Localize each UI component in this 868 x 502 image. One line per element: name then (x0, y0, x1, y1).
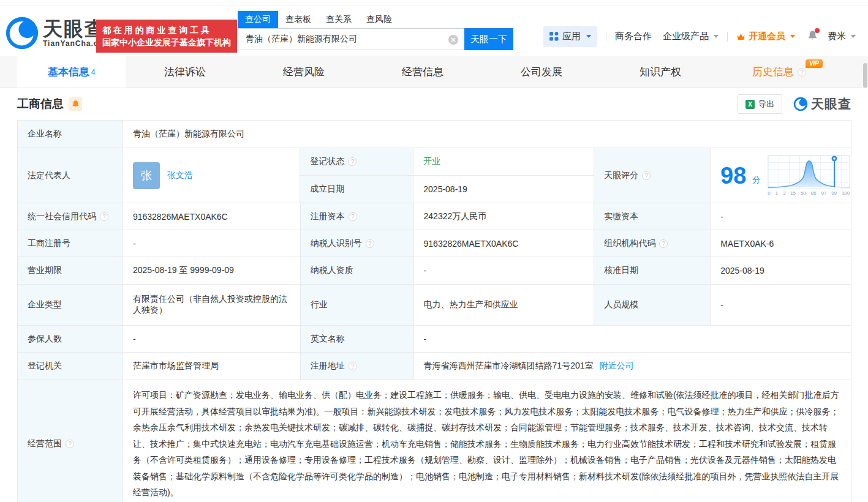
clear-search-icon[interactable] (448, 35, 458, 45)
logo-swirl-icon (5, 16, 39, 50)
chevron-down-icon (851, 35, 856, 38)
slogan-line2: 国家中小企业发展子基金旗下机构 (102, 36, 231, 48)
help-icon[interactable]: ? (659, 239, 668, 248)
field-label: 营业期限 (18, 257, 123, 285)
taxpayer-qualification: - (414, 257, 595, 285)
table-row: 经营范围 ? 许可项目：矿产资源勘查；发电业务、输电业务、供（配）电业务；建设工… (18, 380, 851, 502)
company-type: 有限责任公司（非自然人投资或控股的法人独资） (123, 285, 301, 326)
search-tab-relation[interactable]: 查关系 (319, 11, 359, 28)
business-cooperation-link[interactable]: 商务合作 (615, 31, 652, 42)
header: 天眼查 TianYanCha.com 都 在 用 的 商 业 查 询 工 具 国… (0, 6, 868, 56)
search-area: 查公司 查老板 查关系 查风险 天眼一下 (238, 11, 513, 50)
company-nav-tabs: 基本信息 4 法律诉讼 经营风险 经营信息 公司发展 知识产权 历史信息 ? V… (0, 56, 868, 88)
nearby-companies-link[interactable]: 附近公司 (600, 361, 634, 372)
scrollbar[interactable] (863, 63, 867, 88)
field-label: 纳税人识别号 ? (301, 230, 414, 257)
legal-representative-cell: 张 张文浩 (123, 148, 301, 203)
field-label: 企业类型 (18, 285, 123, 326)
vip-badge: VIP (806, 59, 823, 68)
taxpayer-id: 91632826MAETX0AK6C (414, 230, 595, 257)
help-icon[interactable]: ? (348, 157, 357, 166)
tab-intellectual-property[interactable]: 知识产权 (601, 56, 720, 88)
tab-operating-risk[interactable]: 经营风险 (244, 56, 363, 88)
business-info-table: 企业名称 青油（茫崖）新能源有限公司 法定代表人 张 张文浩 登记状态 ? 开业… (17, 120, 851, 502)
help-icon[interactable]: ? (349, 212, 357, 221)
tianyancha-logo[interactable]: 天眼查 TianYanCha.com (5, 16, 110, 50)
apps-label: 应用 (562, 31, 581, 42)
help-icon[interactable]: ? (366, 239, 374, 248)
uscc-value: 91632826MAETX0AK6C (123, 203, 301, 230)
bell-icon (72, 100, 80, 108)
header-menu: 应用 商务合作 企业级产品 开通会员 费米 (543, 26, 856, 47)
tianyancha-watermark: 天眼查 (793, 96, 851, 113)
enterprise-product-link[interactable]: 企业级产品 (663, 31, 719, 42)
tab-company-development[interactable]: 公司发展 (482, 56, 601, 88)
divider (727, 32, 728, 42)
notification-dot (815, 28, 820, 33)
field-label: 英文名称 (301, 326, 414, 353)
help-icon[interactable]: ? (642, 171, 651, 180)
notifications-bell[interactable] (807, 30, 818, 43)
field-label: 行业 (301, 285, 414, 326)
registered-capital: 242322万人民币 (414, 203, 595, 230)
field-label: 工商注册号 (18, 230, 123, 257)
search-box (238, 28, 464, 50)
table-row: 营业期限 2025-08-19 至 9999-09-09 纳税人资质 - 核准日… (18, 257, 851, 285)
section-title: 工商信息 (17, 96, 64, 112)
business-term: 2025-08-19 至 9999-09-09 (123, 257, 301, 285)
avatar: 张 (133, 162, 160, 189)
user-menu[interactable]: 费米 (828, 31, 856, 42)
chevron-down-icon (790, 35, 795, 38)
slogan-line1: 都 在 用 的 商 业 查 询 工 具 (102, 24, 231, 36)
username: 费米 (828, 31, 846, 42)
legal-representative-link[interactable]: 张文浩 (167, 170, 193, 181)
approval-date: 2025-08-19 (711, 257, 851, 285)
field-label: 法定代表人 (18, 148, 123, 203)
table-row: 登记机关 茫崖市市场监督管理局 注册地址 ? 青海省海西州茫崖市冷湖镇团结路71… (18, 353, 851, 380)
export-button[interactable]: X 导出 (738, 94, 782, 114)
tab-basic-info[interactable]: 基本信息 4 (17, 56, 126, 88)
brand-slogan: 都 在 用 的 商 业 查 询 工 具 国家中小企业发展子基金旗下机构 (96, 20, 237, 53)
score-distribution-chart: 01 315 5085 9799 100 (768, 155, 850, 196)
monitor-bell-button[interactable] (69, 97, 82, 111)
help-icon[interactable]: ? (349, 362, 357, 370)
paid-capital: - (711, 203, 851, 230)
field-label: 注册地址 ? (301, 353, 414, 380)
search-button[interactable]: 天眼一下 (464, 28, 513, 50)
apps-button[interactable]: 应用 (543, 26, 597, 47)
search-tab-boss[interactable]: 查老板 (278, 11, 319, 28)
tab-operating-info[interactable]: 经营信息 (363, 56, 482, 88)
open-vip-link[interactable]: 开通会员 (736, 31, 795, 42)
field-label: 经营范围 ? (18, 380, 123, 502)
table-row: 参保人数 - 英文名称 - (18, 326, 851, 353)
business-scope: 许可项目：矿产资源勘查；发电业务、输电业务、供（配）电业务；建设工程施工；供暖服… (123, 380, 851, 502)
score-axis-labels: 01 315 5085 9799 100 (768, 190, 850, 196)
field-label: 纳税人资质 (301, 257, 414, 285)
registered-address-cell: 青海省海西州茫崖市冷湖镇团结路71号201室 附近公司 (414, 353, 851, 380)
search-input[interactable] (238, 29, 464, 50)
tianyan-score-cell[interactable]: 98 分 (711, 148, 851, 203)
crown-icon (736, 33, 745, 40)
search-tab-company[interactable]: 查公司 (238, 11, 278, 28)
org-code: MAETX0AK-6 (711, 230, 851, 257)
help-icon[interactable]: ? (100, 212, 108, 221)
top-divider (0, 0, 868, 6)
field-label: 实缴资本 (594, 203, 711, 230)
search-tab-risk[interactable]: 查风险 (359, 11, 399, 28)
chevron-down-icon (714, 35, 719, 38)
basic-info-count: 4 (91, 68, 96, 77)
staff-size: - (711, 285, 851, 326)
score-value: 98 (720, 164, 746, 187)
help-icon[interactable]: ? (66, 440, 74, 448)
registration-number: - (123, 230, 301, 257)
chevron-down-icon (586, 35, 591, 38)
field-label: 组织机构代码 ? (594, 230, 711, 257)
field-label: 核准日期 (594, 257, 711, 285)
field-label: 成立日期 (300, 176, 413, 203)
tab-legal-proceedings[interactable]: 法律诉讼 (126, 56, 244, 88)
help-icon[interactable]: ? (798, 68, 806, 77)
table-row: 统一社会信用代码 ? 91632826MAETX0AK6C 注册资本 ? 242… (18, 203, 851, 230)
registered-address: 青海省海西州茫崖市冷湖镇团结路71号201室 (424, 361, 594, 372)
tab-history-info[interactable]: 历史信息 ? VIP (720, 56, 839, 88)
divider (606, 32, 606, 42)
